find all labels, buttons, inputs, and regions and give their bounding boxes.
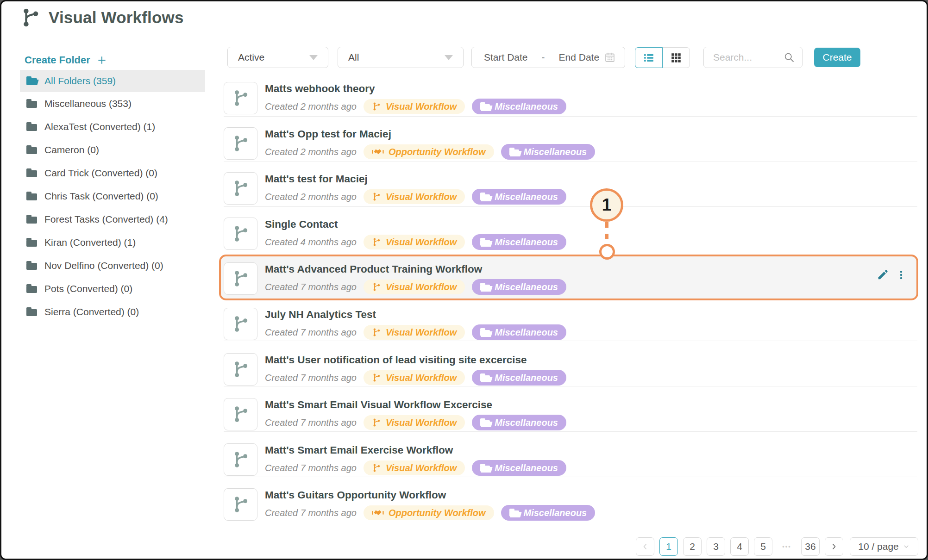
next-page-button[interactable]	[825, 537, 843, 556]
workflow-title[interactable]: Single Contact	[265, 218, 566, 230]
annotation-step-marker: 1	[590, 188, 623, 222]
workflow-created: Created 7 months ago	[265, 373, 357, 383]
row-divider	[224, 477, 917, 477]
create-folder-label: Create Folder	[25, 54, 90, 66]
create-folder-button[interactable]: Create Folder	[20, 50, 205, 70]
workflow-type-label: Visual Workflow	[386, 463, 457, 473]
workflow-title[interactable]: Matt's Advanced Product Training Workflo…	[265, 263, 566, 275]
workflow-row[interactable]: Matt's Opp test for Maciej Created 2 mon…	[224, 127, 917, 161]
git-branch-icon	[372, 102, 381, 111]
type-filter-select[interactable]: All	[338, 47, 464, 68]
workflow-type-badge: Opportunity Workflow	[364, 144, 494, 159]
workflow-thumbnail[interactable]	[224, 443, 257, 476]
status-filter-select[interactable]: Active	[227, 47, 328, 68]
git-branch-icon	[372, 237, 381, 247]
row-divider	[224, 162, 917, 162]
workflow-created: Created 2 months ago	[265, 147, 357, 157]
workflow-row[interactable]: Matts webhook theory Created 2 months ag…	[224, 82, 917, 115]
workflow-title[interactable]: Matt's User notification of lead visitin…	[265, 354, 566, 366]
workflow-row[interactable]: Matt's test for Maciej Created 2 months …	[224, 172, 917, 205]
workflow-title[interactable]: Matt's Smart Email Visual Workflow Excer…	[265, 399, 566, 411]
search-icon[interactable]	[784, 52, 795, 63]
workflow-thumbnail[interactable]	[224, 82, 257, 114]
workflow-type-label: Visual Workflow	[386, 327, 457, 338]
status-filter-value: Active	[238, 52, 264, 63]
sidebar-item-pots[interactable]: Pots (Converted) (0)	[20, 277, 205, 300]
create-button[interactable]: Create	[814, 48, 860, 67]
visual-workflows-logo-icon	[20, 7, 41, 28]
workflow-folder-label: Miscellaneous	[495, 327, 558, 338]
workflow-title[interactable]: Matts webhook theory	[265, 83, 566, 95]
workflow-title[interactable]: Matt's Smart Email Exercise Workflow	[265, 444, 566, 456]
folders-sidebar: Create Folder All Folders (359) Miscella…	[20, 50, 205, 324]
sidebar-item-card-trick[interactable]: Card Trick (Converted) (0)	[20, 162, 205, 185]
workflow-title[interactable]: July NH Analytics Test	[265, 309, 566, 321]
workflow-thumbnail[interactable]	[224, 398, 257, 430]
workflow-title[interactable]: Matt's Opp test for Maciej	[265, 128, 595, 140]
page-button-1[interactable]: 1	[659, 537, 678, 556]
list-view-button[interactable]	[635, 47, 663, 68]
page-button-4[interactable]: 4	[730, 537, 749, 556]
workflow-type-badge: Visual Workflow	[364, 189, 465, 204]
workflow-row[interactable]: Matt's User notification of lead visitin…	[224, 353, 917, 386]
sidebar-item-label: Forest Tasks (Converted) (4)	[44, 214, 168, 225]
workflow-folder-label: Miscellaneous	[524, 508, 587, 518]
workflow-type-label: Visual Workflow	[386, 373, 457, 383]
open-folder-icon	[480, 466, 490, 472]
more-options-icon[interactable]	[896, 269, 906, 281]
sidebar-item-miscellaneous[interactable]: Miscellaneous (353)	[20, 92, 205, 115]
workflow-created: Created 7 months ago	[265, 417, 357, 428]
workflow-thumbnail[interactable]	[224, 488, 257, 521]
workflow-row[interactable]: July NH Analytics Test Created 7 months …	[224, 308, 917, 341]
workflow-thumbnail[interactable]	[224, 308, 257, 340]
annotation-anchor-ring	[599, 244, 615, 260]
workflow-row-highlighted[interactable]: Matt's Advanced Product Training Workflo…	[224, 262, 917, 296]
pagination-ellipsis[interactable]: •••	[778, 543, 796, 550]
page-button-3[interactable]: 3	[707, 537, 725, 556]
grid-view-button[interactable]	[662, 47, 690, 68]
date-range-picker[interactable]: Start Date - End Date	[471, 47, 625, 68]
workflow-folder-badge: Miscellaneous	[472, 415, 566, 430]
sidebar-item-cameron[interactable]: Cameron (0)	[20, 138, 205, 162]
git-branch-icon	[232, 405, 250, 423]
sidebar-item-forest-tasks[interactable]: Forest Tasks (Converted) (4)	[20, 208, 205, 231]
page-size-select[interactable]: 10 / page	[850, 537, 918, 556]
sidebar-item-nov-delfino[interactable]: Nov Delfino (Converted) (0)	[20, 254, 205, 277]
annotation-connector-line	[605, 222, 608, 244]
workflow-row[interactable]: Matt's Smart Email Exercise Workflow Cre…	[224, 443, 917, 477]
workflow-row[interactable]: Matt's Smart Email Visual Workflow Excer…	[224, 398, 917, 431]
workflow-title[interactable]: Matt's test for Maciej	[265, 173, 566, 185]
workflow-thumbnail[interactable]	[224, 127, 257, 160]
workflow-thumbnail[interactable]	[224, 353, 257, 386]
caret-down-icon	[309, 55, 318, 60]
sidebar-item-sierra[interactable]: Sierra (Converted) (0)	[20, 300, 205, 324]
start-date-placeholder[interactable]: Start Date	[484, 52, 528, 63]
previous-page-button[interactable]	[636, 537, 654, 556]
workflow-thumbnail[interactable]	[224, 218, 257, 250]
chevron-right-icon	[829, 542, 839, 551]
sidebar-item-alexatest[interactable]: AlexaTest (Converted) (1)	[20, 115, 205, 138]
workflow-title[interactable]: Matt's Guitars Opportunity Workflow	[265, 489, 595, 501]
workflow-row[interactable]: Matt's Guitars Opportunity Workflow Crea…	[224, 488, 917, 522]
sidebar-item-chris-task[interactable]: Chris Task (Converted) (0)	[20, 185, 205, 208]
workflow-row[interactable]: Single Contact Created 4 months ago Visu…	[224, 218, 917, 251]
search-input[interactable]	[713, 52, 783, 63]
sidebar-item-kiran[interactable]: Kiran (Converted) (1)	[20, 231, 205, 254]
page-button-last[interactable]: 36	[801, 537, 820, 556]
workflow-thumbnail[interactable]	[224, 262, 257, 295]
page-button-2[interactable]: 2	[683, 537, 702, 556]
calendar-icon	[604, 52, 615, 63]
workflow-type-label: Visual Workflow	[386, 237, 457, 248]
git-branch-icon	[232, 360, 250, 379]
page-button-5[interactable]: 5	[754, 537, 772, 556]
grid-view-icon	[670, 52, 682, 64]
workflow-thumbnail[interactable]	[224, 172, 257, 205]
git-branch-icon	[372, 328, 381, 337]
end-date-placeholder[interactable]: End Date	[559, 52, 600, 63]
edit-pencil-icon[interactable]	[877, 269, 889, 281]
git-branch-icon	[372, 418, 381, 427]
workflow-type-badge: Visual Workflow	[364, 460, 465, 475]
chevron-down-icon	[903, 543, 910, 550]
sidebar-item-all-folders[interactable]: All Folders (359)	[20, 70, 205, 92]
workflow-type-badge: Visual Workflow	[364, 99, 465, 114]
